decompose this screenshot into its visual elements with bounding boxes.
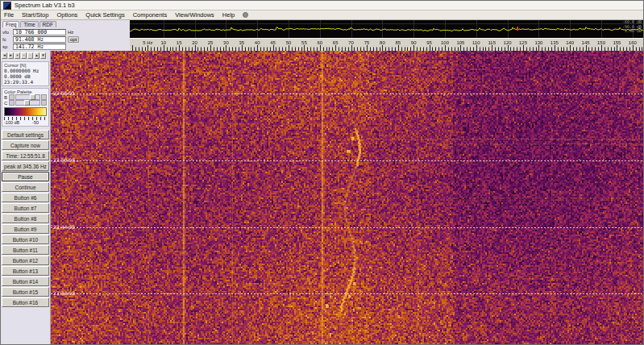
frequency-scale[interactable] bbox=[130, 38, 644, 51]
waterfall-display[interactable] bbox=[51, 51, 644, 345]
brightness-row: B bbox=[4, 94, 47, 100]
sidebar-button[interactable]: Button #11 bbox=[2, 245, 49, 255]
sidebar-button[interactable]: Button #8 bbox=[2, 214, 49, 223]
spectrum-db-label: 1.00 dB bbox=[593, 29, 642, 34]
tuning-nav-button[interactable]: ▼ bbox=[40, 52, 46, 59]
cursor-level: 0.0000 dB bbox=[4, 73, 47, 79]
tuning-nav-button[interactable]: + bbox=[15, 52, 20, 59]
sidebar-button[interactable]: Button #16 bbox=[2, 297, 49, 307]
sidebar-button[interactable]: Button #15 bbox=[2, 287, 49, 297]
freq-panel-tab[interactable]: Time bbox=[20, 21, 38, 27]
palette-gradient bbox=[4, 107, 47, 116]
sidebar-button[interactable]: Button #6 bbox=[2, 193, 49, 202]
palette-max-label: -50 bbox=[32, 120, 39, 125]
sp-label: sp bbox=[2, 44, 11, 49]
spectrum-db-labels: -60.0 dB-90.0 dB1.00 dB bbox=[593, 20, 642, 34]
spectrum-graph[interactable] bbox=[130, 20, 644, 38]
palette-min-label: -100 dB bbox=[4, 120, 19, 125]
menu-item[interactable]: Quick Settings bbox=[85, 11, 124, 19]
sp-input[interactable]: 141.72 Hz bbox=[13, 44, 66, 50]
titlebar: Spectrum Lab V3.1 b3 bbox=[1, 1, 644, 10]
menu-item[interactable]: Help bbox=[222, 11, 235, 19]
freq-panel-tab[interactable]: Freq bbox=[2, 21, 19, 27]
window-title: Spectrum Lab V3.1 b3 bbox=[15, 2, 75, 9]
menu-item[interactable]: View/Windows bbox=[175, 11, 214, 19]
fc-label: fc bbox=[2, 37, 11, 42]
tuning-nav-button[interactable]: ► bbox=[8, 52, 14, 59]
sidebar-button[interactable]: Capture now bbox=[2, 140, 49, 150]
contrast-right-arrow[interactable] bbox=[41, 100, 47, 106]
cursor-frequency: 0.0000000 Hz bbox=[4, 68, 47, 73]
frequency-panel: FreqTimeRDF vfo 10 766 000 Hz fc 91.408 … bbox=[1, 20, 130, 51]
sidebar-button[interactable]: Button #7 bbox=[2, 203, 49, 213]
menu-item[interactable]: Start/Stop bbox=[22, 11, 48, 19]
tuning-nav-button[interactable]: ◄ bbox=[2, 52, 7, 59]
sidebar-button[interactable]: Button #14 bbox=[2, 276, 49, 286]
sidebar-button[interactable]: Default settings bbox=[2, 130, 49, 139]
tuning-nav-button[interactable]: − bbox=[21, 52, 27, 59]
sidebar-button[interactable]: Button #9 bbox=[2, 224, 49, 234]
menubar: FileStart/StopOptionsQuick SettingsCompo… bbox=[1, 10, 644, 20]
menu-item[interactable]: File bbox=[4, 11, 14, 19]
palette-range-labels: -100 dB -50 bbox=[4, 120, 47, 125]
color-palette-panel: Color Palette B C -100 dB -50 bbox=[2, 88, 49, 127]
brightness-right-arrow[interactable] bbox=[41, 94, 47, 100]
contrast-row: C bbox=[4, 100, 47, 106]
app-icon bbox=[3, 2, 11, 10]
cursor-time: 23:29:33.4 bbox=[4, 79, 47, 85]
status-indicator-icon bbox=[243, 12, 248, 18]
contrast-left-arrow[interactable] bbox=[9, 100, 15, 106]
sidebar: ◄►+−·▲▼ Cursor [N] 0.0000000 Hz 0.0000 d… bbox=[1, 51, 51, 345]
sp-row: sp 141.72 Hz bbox=[1, 43, 66, 51]
sidebar-button[interactable]: Continue bbox=[2, 182, 49, 192]
brightness-slider[interactable] bbox=[15, 94, 40, 100]
menu-item[interactable]: Options bbox=[56, 11, 77, 19]
fc-options-button[interactable]: opt bbox=[68, 36, 79, 43]
brightness-label: B bbox=[4, 95, 8, 100]
sidebar-button[interactable]: Button #10 bbox=[2, 235, 49, 244]
cursor-panel: Cursor [N] 0.0000000 Hz 0.0000 dB 23:29:… bbox=[2, 61, 49, 86]
spectrum-lab-window: Spectrum Lab V3.1 b3 FileStart/StopOptio… bbox=[0, 0, 644, 345]
sidebar-button[interactable]: Button #12 bbox=[2, 256, 49, 265]
brightness-left-arrow[interactable] bbox=[9, 94, 15, 100]
fc-input[interactable]: 91.408 Hz bbox=[13, 36, 66, 43]
tuning-nav-button[interactable]: ▲ bbox=[34, 52, 39, 59]
sidebar-button[interactable]: Button #13 bbox=[2, 266, 49, 276]
vfo-input[interactable]: 10 766 000 bbox=[13, 29, 66, 35]
contrast-slider[interactable] bbox=[15, 100, 40, 106]
menu-item[interactable]: Components bbox=[133, 11, 168, 19]
sidebar-button[interactable]: Pause bbox=[2, 172, 49, 181]
tuning-nav-button[interactable]: · bbox=[27, 52, 33, 59]
sidebar-button[interactable]: Time: 12:55:51.8 bbox=[2, 151, 49, 160]
vfo-label: vfo bbox=[2, 30, 11, 35]
sidebar-button[interactable]: peak at 345.36 Hz bbox=[2, 161, 49, 171]
contrast-label: C bbox=[4, 101, 8, 106]
vfo-unit: Hz bbox=[68, 30, 73, 35]
freq-panel-tab[interactable]: RDF bbox=[39, 21, 56, 27]
